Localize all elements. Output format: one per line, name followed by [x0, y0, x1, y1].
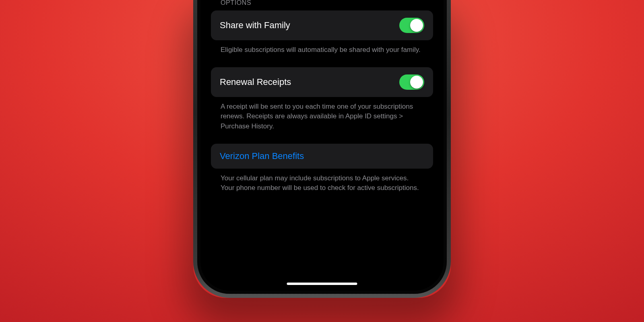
share-with-family-toggle[interactable] — [399, 18, 424, 33]
share-with-family-label: Share with Family — [220, 20, 290, 31]
toggle-knob — [410, 19, 423, 32]
iphone-device-frame: OPTIONS Share with Family Eligible subsc… — [193, 0, 451, 298]
home-indicator[interactable] — [287, 283, 357, 285]
iphone-screen: OPTIONS Share with Family Eligible subsc… — [200, 0, 444, 291]
renewal-receipts-row: Renewal Receipts — [211, 67, 433, 97]
settings-subscriptions-screen: OPTIONS Share with Family Eligible subsc… — [200, 0, 444, 291]
iphone-inner-bezel: OPTIONS Share with Family Eligible subsc… — [197, 0, 447, 294]
options-section-header: OPTIONS — [221, 0, 423, 6]
renewal-receipts-toggle[interactable] — [399, 74, 424, 90]
renewal-receipts-footer: A receipt will be sent to you each time … — [221, 102, 423, 132]
share-with-family-footer: Eligible subscriptions will automaticall… — [221, 45, 423, 55]
carrier-plan-benefits-row[interactable]: Verizon Plan Benefits — [211, 144, 433, 169]
renewal-receipts-label: Renewal Receipts — [220, 77, 291, 87]
carrier-plan-benefits-link: Verizon Plan Benefits — [220, 151, 304, 161]
share-with-family-row: Share with Family — [211, 10, 433, 40]
carrier-plan-benefits-footer: Your cellular plan may include subscript… — [221, 173, 423, 193]
toggle-knob — [410, 76, 423, 89]
